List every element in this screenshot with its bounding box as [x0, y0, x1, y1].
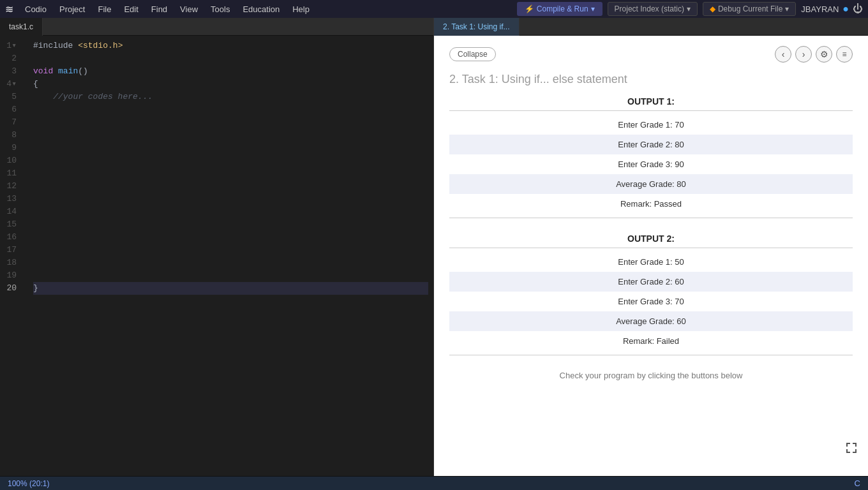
menu-help[interactable]: Help: [286, 0, 316, 18]
code-line-1: #include <stdio.h>: [33, 40, 428, 52]
menu-view[interactable]: View: [174, 0, 204, 18]
menu-file[interactable]: File: [91, 0, 117, 18]
output1-row-4: Remark: Passed: [449, 194, 853, 214]
line-num-6: 6: [0, 103, 22, 116]
code-line-10: [33, 154, 428, 167]
task-toolbar: Collapse ‹ › ⚙ ≡: [449, 46, 853, 63]
code-line-20: }: [33, 282, 428, 295]
output2-row-0: Enter Grade 1: 50: [449, 252, 853, 272]
code-line-4: {: [33, 78, 428, 91]
line-num-9: 9: [0, 142, 22, 154]
editor-tab-bar: task1.c: [0, 18, 433, 36]
code-line-5: //your codes here...: [33, 91, 428, 103]
debug-dropdown-icon: ▾: [785, 4, 789, 13]
line-num-15: 15: [0, 218, 22, 231]
editor-pane: task1.c 1▾ 2 3 4▾ 5 6 7 8 9 10 11 12 13 …: [0, 18, 434, 476]
next-button[interactable]: ›: [795, 46, 812, 63]
user-area: JBAYRAN ● ⏻: [801, 3, 863, 15]
code-line-19: [33, 269, 428, 282]
code-line-15: [33, 218, 428, 231]
task-title: 2. Task 1: Using if... else statement: [449, 73, 853, 86]
compile-icon: ⚡: [525, 4, 534, 13]
task-nav: ‹ › ⚙ ≡: [775, 46, 853, 63]
project-index-label: Project Index (static): [615, 4, 684, 13]
code-line-18: [33, 256, 428, 269]
code-line-13: [33, 193, 428, 205]
line-num-14: 14: [0, 205, 22, 218]
debug-icon: ◆: [710, 4, 715, 13]
menu-right: ⚡ Compile & Run ▾ Project Index (static)…: [517, 2, 863, 16]
line-num-7: 7: [0, 116, 22, 129]
collapse-button[interactable]: Collapse: [449, 47, 496, 61]
output2-bottom-divider: [449, 355, 853, 355]
compile-run-button[interactable]: ⚡ Compile & Run ▾: [517, 2, 602, 16]
app-logo[interactable]: ≋: [5, 3, 13, 15]
code-line-8: [33, 129, 428, 142]
code-line-7: [33, 116, 428, 129]
code-line-2: [33, 52, 428, 65]
output2-header: OUTPUT 2:: [449, 234, 853, 244]
line-num-2: 2: [0, 52, 22, 65]
expand-icon[interactable]: [845, 442, 858, 457]
output1-header: OUTPUT 1:: [449, 96, 853, 107]
menu-codio[interactable]: Codio: [19, 0, 53, 18]
code-line-16: [33, 231, 428, 244]
line-num-12: 12: [0, 180, 22, 193]
line-num-4: 4▾: [0, 78, 22, 91]
output2-row-2: Enter Grade 3: 70: [449, 292, 853, 311]
project-dropdown-icon: ▾: [687, 4, 691, 13]
editor-content: 1▾ 2 3 4▾ 5 6 7 8 9 10 11 12 13 14 15 16…: [0, 36, 433, 476]
code-line-17: [33, 244, 428, 256]
line-num-1: 1▾: [0, 40, 22, 52]
line-numbers: 1▾ 2 3 4▾ 5 6 7 8 9 10 11 12 13 14 15 16…: [0, 36, 28, 476]
user-icon[interactable]: ●: [842, 3, 849, 15]
output2-row-1: Enter Grade 2: 60: [449, 272, 853, 292]
menu-project[interactable]: Project: [53, 0, 91, 18]
username: JBAYRAN: [801, 4, 839, 14]
prev-button[interactable]: ‹: [775, 46, 791, 63]
menu-education[interactable]: Education: [236, 0, 286, 18]
line-num-16: 16: [0, 231, 22, 244]
line-num-3: 3: [0, 65, 22, 78]
compile-dropdown-icon: ▾: [591, 4, 595, 13]
output1-row-0: Enter Grade 1: 70: [449, 115, 853, 135]
editor-tab-task1[interactable]: task1.c: [0, 18, 43, 36]
code-editor[interactable]: #include <stdio.h> void main() { //your …: [28, 36, 433, 476]
task-tab-bar: 2. Task 1: Using if...: [434, 18, 868, 36]
debug-button[interactable]: ◆ Debug Current File ▾: [703, 2, 796, 16]
code-line-14: [33, 205, 428, 218]
output2-top-divider: [449, 248, 853, 248]
main-area: task1.c 1▾ 2 3 4▾ 5 6 7 8 9 10 11 12 13 …: [0, 18, 868, 476]
output1-section: OUTPUT 1: Enter Grade 1: 70 Enter Grade …: [449, 96, 853, 218]
line-num-17: 17: [0, 244, 22, 256]
project-index-button[interactable]: Project Index (static) ▾: [608, 2, 698, 16]
code-line-9: [33, 142, 428, 154]
line-num-13: 13: [0, 193, 22, 205]
line-num-10: 10: [0, 154, 22, 167]
output1-bottom-divider: [449, 218, 853, 218]
line-num-8: 8: [0, 129, 22, 142]
line-num-18: 18: [0, 256, 22, 269]
code-line-12: [33, 180, 428, 193]
menubar: ≋ Codio Project File Edit Find View Tool…: [0, 0, 868, 18]
statusbar: 100% (20:1) C: [0, 476, 868, 490]
zoom-level: 100% (20:1): [8, 479, 49, 488]
settings-button[interactable]: ⚙: [816, 46, 832, 63]
output2-row-3: Average Grade: 60: [449, 311, 853, 331]
list-button[interactable]: ≡: [836, 46, 853, 63]
line-num-19: 19: [0, 269, 22, 282]
logout-icon[interactable]: ⏻: [853, 3, 863, 15]
output1-top-divider: [449, 110, 853, 111]
language-indicator: C: [855, 479, 860, 488]
output1-row-3: Average Grade: 80: [449, 174, 853, 194]
output1-row-1: Enter Grade 2: 80: [449, 135, 853, 154]
line-num-5: 5: [0, 91, 22, 103]
menu-find[interactable]: Find: [145, 0, 174, 18]
output1-row-2: Enter Grade 3: 90: [449, 154, 853, 174]
menu-edit[interactable]: Edit: [117, 0, 144, 18]
output2-row-4: Remark: Failed: [449, 331, 853, 351]
task-tab-item[interactable]: 2. Task 1: Using if...: [434, 18, 520, 36]
menu-tools[interactable]: Tools: [204, 0, 236, 18]
code-line-6: [33, 103, 428, 116]
task-scroll-area[interactable]: Collapse ‹ › ⚙ ≡ 2. Task 1: Using if... …: [434, 36, 868, 476]
